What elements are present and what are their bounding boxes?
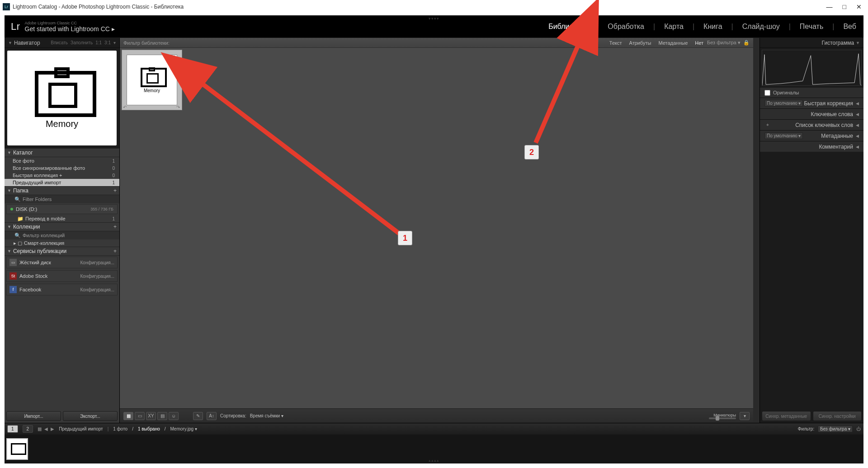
grid-loupe-toggle[interactable]: ▦◀▶ [38, 426, 54, 431]
module-develop[interactable]: Обработка [607, 23, 645, 31]
module-library[interactable]: Библиотека [547, 23, 589, 31]
photo-count: 1 фото [113, 426, 127, 431]
originals-checkbox-row[interactable]: Оригиналы [760, 88, 863, 98]
catalog-header[interactable]: ▼Каталог [5, 148, 119, 157]
current-filename[interactable]: Memory.jpg ▾ [170, 426, 197, 431]
filter-text[interactable]: Текст [606, 40, 626, 46]
nav-1to1[interactable]: 1:1 [95, 40, 102, 45]
quick-develop-header[interactable]: По умолчанию ▾Быстрая коррекция◀ [760, 98, 863, 108]
grid-thumbnail[interactable]: Memory ↶ ↷ [122, 50, 182, 110]
filter-attributes[interactable]: Атрибуты [626, 40, 655, 46]
folders-filter[interactable]: 🔍 Filter Folders [5, 195, 119, 203]
keyword-add-icon[interactable]: + [764, 122, 771, 128]
navigator-preview-label: Memory [46, 119, 78, 129]
toolbar-menu-icon[interactable]: ▾ [740, 412, 750, 420]
collections-add-icon[interactable]: + [113, 224, 117, 230]
catalog-previous-import[interactable]: Предыдущий импорт1 [5, 179, 119, 186]
annotation-arrow-1 [183, 66, 418, 256]
publish-harddrive[interactable]: ▭Жёсткий дискКонфигурация... [6, 257, 118, 268]
filter-switch-icon[interactable]: ⏻ [856, 426, 861, 431]
svg-line-3 [536, 39, 581, 143]
publish-facebook[interactable]: fFacebookКонфигурация... [6, 284, 118, 295]
window-close-button[interactable]: ✕ [856, 3, 862, 10]
publish-header[interactable]: ▼Сервисы публикации+ [5, 247, 119, 256]
import-button[interactable]: Импорт... [6, 411, 61, 421]
view-loupe-icon[interactable]: ▭ [135, 412, 145, 420]
grid-toolbar: ▦ ▭ XY ▤ ☺ ✎ A↕ Сортировка: Время съёмки… [120, 408, 753, 423]
nav-fit[interactable]: Вписать [51, 40, 68, 45]
folders-add-icon[interactable]: + [113, 187, 117, 194]
module-map[interactable]: Карта [663, 23, 684, 31]
metadata-header[interactable]: По умолчанию ▾Метаданные◀ [760, 130, 863, 141]
filter-metadata[interactable]: Метаданные [655, 40, 691, 46]
second-window-button[interactable]: 2 [23, 425, 33, 433]
disclosure-triangle-icon: ▼ [8, 41, 12, 45]
folders-header[interactable]: ▼Папка+ [5, 186, 119, 195]
originals-checkbox[interactable] [764, 90, 770, 96]
filmstrip-thumbnail[interactable] [6, 438, 28, 460]
publish-adobe-stock[interactable]: StAdobe StockКонфигурация... [6, 270, 118, 282]
nav-fill[interactable]: Заполнить [71, 40, 93, 45]
collections-header[interactable]: ▼Коллекции+ [5, 222, 119, 231]
window-minimize-button[interactable]: — [826, 3, 833, 10]
module-book[interactable]: Книга [703, 23, 723, 31]
grid-view[interactable]: Memory ↶ ↷ 1 2 [120, 48, 753, 408]
module-web[interactable]: Веб [842, 23, 857, 31]
source-label[interactable]: Предыдущий импорт [59, 426, 103, 431]
sync-metadata-button[interactable]: Синхр. метаданные [762, 411, 811, 421]
export-button[interactable]: Экспорт... [63, 411, 118, 421]
nav-zoom-menu[interactable]: ▾ [113, 40, 116, 45]
thumbnail-size-slider[interactable] [709, 417, 736, 419]
filmstrip-info-bar: 1 2 ▦◀▶ Предыдущий импорт | 1 фото / 1 в… [5, 423, 863, 435]
module-print[interactable]: Печать [799, 23, 824, 31]
nav-3to1[interactable]: 3:1 [104, 40, 111, 45]
drive-status-icon [10, 208, 13, 211]
adobe-stock-icon: St [9, 272, 17, 280]
bottom-panel-grip[interactable]: ▴▴▴▴ [429, 458, 439, 463]
center-content: Фильтр библиотеки: Текст Атрибуты Метада… [120, 38, 753, 423]
catalog-synced-photos[interactable]: Все синхронизированные фото0 [5, 164, 119, 172]
histogram-header[interactable]: Гистограмма▼ [760, 38, 863, 48]
catalog-quick-collection[interactable]: Быстрая коллекция +0 [5, 172, 119, 179]
top-panel-grip[interactable]: ▾▾▾▾ [429, 16, 439, 21]
module-slideshow[interactable]: Слайд-шоу [741, 23, 781, 31]
collections-filter[interactable]: 🔍 Фильтр коллекций [5, 231, 119, 239]
view-compare-icon[interactable]: XY [146, 412, 156, 420]
memory-folder-icon [35, 67, 89, 117]
filmstrip-filter-select[interactable]: Без фильтра ▾ [818, 426, 853, 432]
grid-shortcut-icon: ▦ [38, 426, 42, 431]
window-maximize-button[interactable]: □ [843, 3, 846, 10]
filter-lock-icon[interactable]: 🔒 [743, 40, 750, 46]
os-titlebar: Lr Lightroom Catalog - Adobe Photoshop L… [0, 0, 868, 14]
sort-value[interactable]: Время съёмки ▾ [250, 413, 283, 418]
main-window-button[interactable]: 1 [7, 425, 18, 433]
center-scrollbar[interactable] [753, 38, 760, 423]
thumb-rotate-left-icon[interactable]: ↶ [123, 105, 127, 109]
quick-preset-select[interactable]: По умолчанию ▾ [764, 100, 803, 107]
painter-tool-icon[interactable]: ✎ [193, 412, 203, 420]
filter-preset[interactable]: Без фильтра ▾ [707, 40, 741, 46]
annotation-arrow-2 [409, 34, 590, 152]
folders-section: ▼Папка+ 🔍 Filter Folders DISK (D:)355 / … [5, 186, 119, 222]
navigator-preview[interactable]: Memory [7, 51, 117, 145]
metadata-preset-select[interactable]: По умолчанию ▾ [764, 132, 803, 139]
filter-none[interactable]: Нет [691, 40, 707, 46]
comments-header[interactable]: Комментарий◀ [760, 141, 863, 152]
navigator-header[interactable]: ▼ Навигатор Вписать Заполнить 1:1 3:1 ▾ [5, 38, 119, 48]
view-survey-icon[interactable]: ▤ [157, 412, 167, 420]
catalog-all-photos[interactable]: Все фото1 [5, 157, 119, 164]
histogram[interactable] [762, 50, 862, 86]
sync-settings-button[interactable]: Синхр. настройки [813, 411, 862, 421]
smart-collection-item[interactable]: ▸ ▢ Смарт-коллекция [5, 239, 119, 247]
keywording-header[interactable]: Ключевые слова◀ [760, 108, 863, 119]
view-people-icon[interactable]: ☺ [169, 412, 179, 420]
view-grid-icon[interactable]: ▦ [123, 412, 133, 420]
keyword-list-header[interactable]: +Список ключевых слов◀ [760, 119, 863, 130]
folder-item[interactable]: 📁 Перевод в mobile1 [5, 215, 119, 222]
sort-direction-icon[interactable]: A↕ [207, 412, 217, 420]
thumb-rotate-right-icon[interactable]: ↷ [176, 105, 181, 109]
identity-plate[interactable]: Adobe Lightroom Classic CC Get started w… [25, 21, 115, 33]
drive-row[interactable]: DISK (D:)355 / 736 ГБ [6, 204, 118, 214]
publish-add-icon[interactable]: + [113, 248, 117, 254]
thumb-quick-collection-icon[interactable] [172, 56, 176, 60]
